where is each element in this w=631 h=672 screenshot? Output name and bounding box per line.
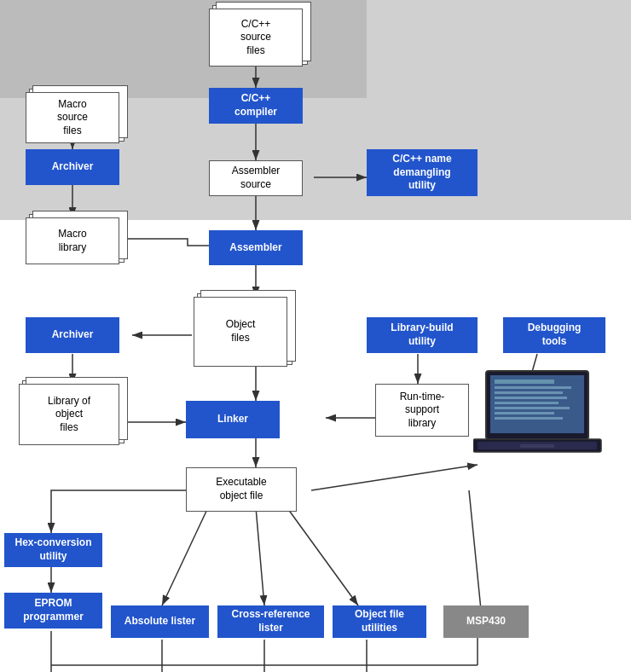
hex-conversion-box: Hex-conversionutility — [4, 533, 102, 567]
eprom-box: EPROMprogrammer — [4, 593, 102, 629]
library-build-box: Library-buildutility — [367, 317, 478, 353]
cpp-compiler-box: C/C++compiler — [209, 88, 303, 124]
executable-box: Executableobject file — [186, 467, 297, 512]
svg-rect-39 — [495, 417, 563, 420]
runtime-support-box: Run-time-supportlibrary — [375, 384, 469, 437]
cross-ref-box: Cross-referencelister — [217, 605, 324, 638]
svg-line-17 — [311, 465, 478, 490]
absolute-lister-box: Absolute lister — [111, 605, 209, 638]
archiver1-box: Archiver — [26, 149, 119, 185]
library-object-label: Library ofobjectfiles — [19, 384, 119, 445]
object-files-label: Objectfiles — [194, 297, 287, 367]
assembler-source-box: Assemblersource — [209, 160, 303, 196]
svg-line-19 — [162, 506, 209, 605]
svg-rect-32 — [495, 379, 554, 384]
laptop-icon — [473, 367, 605, 469]
svg-rect-35 — [495, 397, 567, 399]
linker-box: Linker — [186, 401, 280, 438]
cpp-source-label: C/C++sourcefiles — [209, 9, 303, 67]
name-demangling-box: C/C++ namedemanglingutility — [367, 149, 478, 196]
svg-rect-38 — [495, 412, 554, 414]
macro-source-label: Macrosourcefiles — [26, 92, 119, 143]
assembler-box: Assembler — [209, 230, 303, 265]
mid-gray-panel — [0, 0, 367, 98]
diagram: C/C++sourcefiles C/C++compiler Assembler… — [0, 0, 631, 672]
msp430-box: MSP430 — [443, 605, 529, 638]
object-file-utils-box: Object fileutilities — [333, 605, 426, 638]
macro-library-box: Macrolibrary — [26, 217, 119, 264]
debugging-tools-box: Debuggingtools — [503, 317, 605, 353]
archiver2-box: Archiver — [26, 317, 119, 353]
object-files-box: Objectfiles — [194, 297, 287, 367]
svg-rect-34 — [495, 391, 563, 394]
svg-line-20 — [256, 507, 264, 605]
svg-rect-33 — [495, 386, 571, 389]
macro-source-box: Macrosourcefiles — [26, 92, 119, 143]
cpp-source-box: C/C++sourcefiles — [209, 9, 303, 67]
svg-line-21 — [286, 506, 358, 605]
macro-library-label: Macrolibrary — [26, 217, 119, 264]
svg-rect-42 — [520, 444, 554, 448]
svg-line-27 — [469, 490, 482, 618]
library-object-box: Library ofobjectfiles — [19, 384, 119, 445]
svg-rect-37 — [495, 407, 570, 409]
svg-rect-36 — [495, 402, 559, 404]
